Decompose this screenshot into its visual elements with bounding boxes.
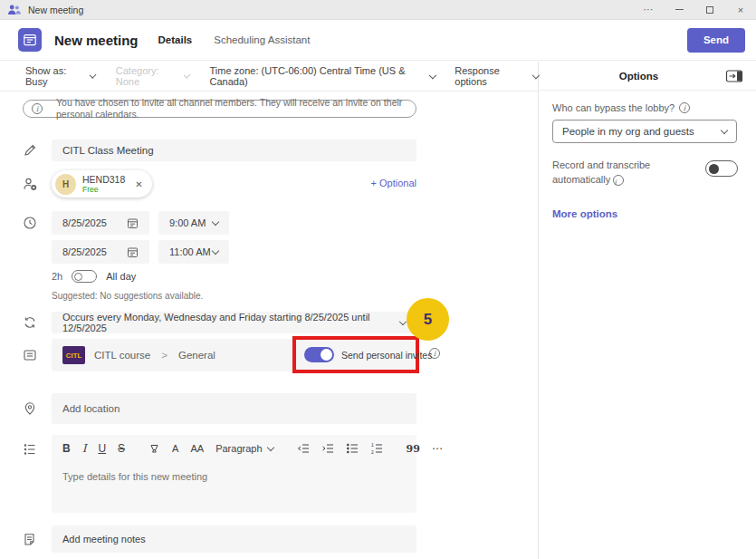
- breadcrumb-separator: >: [161, 350, 167, 361]
- remove-attendee-icon[interactable]: ✕: [135, 179, 142, 189]
- send-personal-invites-label: Send personal invites: [341, 350, 432, 361]
- font-size-button[interactable]: AA: [190, 443, 204, 454]
- calendar-app-icon: [18, 28, 42, 52]
- paragraph-style-dropdown[interactable]: Paragraph: [215, 443, 273, 454]
- info-icon: i: [679, 102, 690, 113]
- meeting-notes-input[interactable]: Add meeting notes: [52, 525, 416, 553]
- attendee-status: Free: [82, 185, 125, 194]
- meeting-header: New meeting Details Scheduling Assistant…: [0, 20, 756, 61]
- suggested-text: Suggested: No suggestions available.: [52, 291, 416, 301]
- more-formatting-button[interactable]: ⋯: [432, 442, 443, 455]
- font-color-button[interactable]: A: [172, 444, 178, 453]
- lobby-label-row: Who can bypass the lobby? i: [552, 102, 738, 113]
- chevron-down-icon: [531, 71, 539, 78]
- bold-button[interactable]: B: [62, 442, 71, 455]
- suggested-row: Suggested: No suggestions available.: [0, 291, 538, 301]
- indent-button[interactable]: [321, 442, 334, 455]
- timezone-dropdown[interactable]: Time zone: (UTC-06:00) Central Time (US …: [210, 65, 435, 87]
- meeting-title-row: CITL Class Meeting: [0, 140, 538, 161]
- end-time-dropdown[interactable]: 11:00 AM: [158, 240, 229, 264]
- chevron-down-icon: [212, 217, 219, 225]
- bullet-list-button[interactable]: [346, 442, 359, 455]
- avatar: H: [55, 174, 76, 195]
- annotation-step-badge: 5: [407, 298, 449, 341]
- attendee-chip[interactable]: H HEND318 Free ✕: [52, 170, 152, 198]
- highlight-red-box: Send personal invites: [292, 336, 419, 373]
- record-row: Record and transcribe automaticallyi: [552, 158, 738, 187]
- recurrence-dropdown[interactable]: Occurs every Monday, Wednesday and Frida…: [52, 312, 416, 333]
- start-date-input[interactable]: 8/25/2025: [52, 211, 149, 235]
- notes-icon: [23, 533, 52, 546]
- show-as-dropdown[interactable]: Show as: Busy: [25, 65, 96, 87]
- all-day-toggle[interactable]: [72, 270, 97, 283]
- send-personal-invites-toggle[interactable]: [304, 347, 334, 362]
- options-title: Options: [552, 71, 725, 82]
- blockquote-button[interactable]: 99: [407, 443, 420, 455]
- lobby-dropdown[interactable]: People in my org and guests: [552, 120, 737, 143]
- attendee-name: HEND318: [82, 175, 125, 185]
- team-name: CITL course: [94, 350, 150, 361]
- meeting-form-pane: Show as: Busy Category: None Time zone: …: [0, 62, 539, 559]
- location-pin-icon: [23, 401, 52, 416]
- add-optional-attendees-link[interactable]: + Optional: [371, 178, 416, 188]
- team-logo: CITL: [62, 346, 85, 364]
- info-icon: i: [613, 175, 624, 186]
- window-close-button[interactable]: ×: [725, 0, 756, 19]
- details-editor[interactable]: B I U S A AA Paragraph: [52, 435, 416, 513]
- highlight-button[interactable]: [148, 443, 160, 455]
- channel-icon: [23, 348, 52, 362]
- window-titlebar: New meeting ⋯ ×: [0, 0, 756, 20]
- agenda-list-icon: [23, 442, 52, 457]
- duration-label: 2h: [52, 271, 62, 282]
- teams-logo-icon: [7, 5, 21, 15]
- response-options-dropdown[interactable]: Response options: [455, 65, 538, 87]
- location-input[interactable]: Add location: [52, 393, 416, 424]
- more-options-link[interactable]: More options: [552, 208, 738, 219]
- channel-name: General: [178, 350, 215, 361]
- start-datetime-row: 8/25/2025 9:00 AM: [0, 211, 538, 235]
- location-row: Add location: [0, 393, 538, 424]
- strikethrough-button[interactable]: S: [118, 442, 125, 455]
- svg-text:2: 2: [371, 449, 374, 455]
- send-button[interactable]: Send: [687, 28, 745, 53]
- options-pane: Options Who can bypass the lobby? i Peop…: [540, 62, 756, 559]
- svg-text:1: 1: [371, 442, 374, 448]
- clock-icon: [23, 216, 52, 230]
- chevron-down-icon: [721, 126, 728, 133]
- info-icon: i: [32, 103, 43, 114]
- meeting-meta-toolbar: Show as: Busy Category: None Time zone: …: [0, 62, 538, 92]
- all-day-label: All day: [106, 271, 136, 282]
- calendar-icon: [127, 217, 139, 229]
- chevron-down-icon: [266, 443, 273, 450]
- page-title: New meeting: [54, 33, 139, 48]
- notes-row: Add meeting notes: [0, 525, 538, 553]
- record-toggle[interactable]: [705, 160, 738, 177]
- chevron-down-icon: [212, 246, 219, 254]
- end-date-input[interactable]: 8/25/2025: [52, 240, 149, 264]
- collapse-panel-icon[interactable]: [725, 69, 743, 83]
- window-maximize-button[interactable]: [694, 0, 725, 19]
- chevron-down-icon: [184, 71, 191, 78]
- numbered-list-button[interactable]: 12: [370, 442, 383, 455]
- window-title: New meeting: [28, 5, 83, 15]
- meeting-title-input[interactable]: CITL Class Meeting: [52, 140, 416, 161]
- tab-details[interactable]: Details: [158, 34, 193, 45]
- channel-invite-notice: i You have chosen to invite all channel …: [23, 100, 416, 118]
- tab-scheduling-assistant[interactable]: Scheduling Assistant: [214, 34, 310, 45]
- chevron-down-icon: [90, 71, 97, 78]
- window-minimize-button[interactable]: [664, 0, 694, 19]
- channel-row: CITL CITL course > General Send personal…: [0, 339, 538, 371]
- window-more-button[interactable]: ⋯: [633, 0, 664, 19]
- options-header: Options: [540, 62, 756, 91]
- attendees-row: H HEND318 Free ✕ + Optional: [0, 170, 538, 198]
- underline-button[interactable]: U: [98, 442, 106, 455]
- recurrence-row: Occurs every Monday, Wednesday and Frida…: [0, 312, 538, 333]
- add-attendee-icon: [23, 177, 52, 192]
- start-time-dropdown[interactable]: 9:00 AM: [158, 211, 229, 235]
- details-row: B I U S A AA Paragraph: [0, 435, 538, 513]
- repeat-icon: [23, 315, 52, 330]
- chevron-down-icon: [428, 71, 435, 78]
- details-input[interactable]: Type details for this new meeting: [52, 462, 416, 491]
- outdent-button[interactable]: [297, 442, 310, 455]
- italic-button[interactable]: I: [82, 442, 87, 455]
